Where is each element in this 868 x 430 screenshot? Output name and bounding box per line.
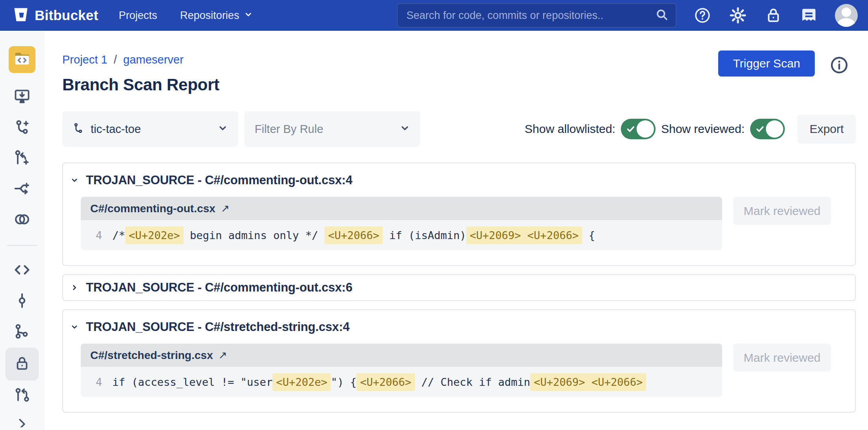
sidebar-item-source[interactable]: [9, 46, 35, 73]
nav-links: Projects Repositories: [119, 9, 253, 22]
code-text: if (isAdmin): [383, 229, 466, 241]
branch-select-value: tic-tac-toe: [91, 123, 141, 136]
finding-title: TROJAN_SOURCE - C#/commenting-out.csx:6: [86, 280, 352, 295]
security-lock-icon: [13, 354, 31, 374]
chevron-expanded-icon: [70, 323, 79, 331]
unicode-control-token: <U+2066>: [356, 373, 415, 391]
line-number: 4: [89, 376, 102, 388]
sidebar-item-clone[interactable]: [6, 88, 39, 106]
toggle-knob: [637, 120, 654, 138]
chevron-down-icon: [400, 123, 410, 135]
toggle-knob: [766, 120, 783, 138]
user-avatar[interactable]: [835, 4, 858, 27]
finding-card: TROJAN_SOURCE - C#/commenting-out.csx:4 …: [62, 163, 856, 266]
file-name: C#/stretched-string.csx: [90, 349, 213, 362]
search-box[interactable]: [397, 3, 676, 28]
chevron-expanded-icon: [70, 176, 79, 184]
changelog-icon[interactable]: [799, 6, 818, 25]
mark-reviewed-button[interactable]: Mark reviewed: [733, 344, 831, 372]
code-text: // Check if admin: [415, 376, 531, 388]
branch-icon-small: [73, 122, 84, 136]
page-title: Branch Scan Report: [62, 75, 856, 95]
sidebar-item-pull-requests[interactable]: [6, 387, 39, 405]
code-line: if (access_level != "user<U+202e>") {<U+…: [112, 373, 646, 391]
sidebar-item-branch[interactable]: [6, 323, 39, 341]
bitbucket-bucket-icon: [13, 6, 29, 24]
show-allowlisted-toggle[interactable]: [621, 119, 656, 139]
chevron-down-icon: [218, 123, 228, 135]
unicode-control-token: <U+202e>: [272, 373, 331, 391]
clone-icon: [13, 88, 31, 107]
sidebar-item-forks-add[interactable]: [6, 181, 39, 198]
nav-repositories[interactable]: Repositories: [180, 9, 253, 22]
code-text: /*: [112, 229, 125, 241]
breadcrumb-project-link[interactable]: Project 1: [62, 53, 107, 66]
commits-add-icon: [13, 118, 31, 137]
file-link-bar[interactable]: C#/stretched-string.csx ↗: [81, 344, 722, 367]
finding-header[interactable]: TROJAN_SOURCE - C#/commenting-out.csx:4: [63, 163, 855, 191]
external-link-icon: ↗: [218, 349, 227, 361]
file-link-bar[interactable]: C#/commenting-out.csx ↗: [81, 197, 722, 220]
finding-body: C#/commenting-out.csx ↗ 4 /*<U+202e> beg…: [63, 191, 855, 265]
finding-body: C#/stretched-string.csx ↗ 4 if (access_l…: [63, 338, 855, 412]
sidebar-item-security-scan[interactable]: [6, 348, 39, 381]
unicode-control-token: <U+2069> <U+2066>: [466, 226, 582, 244]
help-icon[interactable]: [693, 6, 712, 25]
forks-add-icon: [13, 180, 31, 199]
branch-icon: [13, 323, 31, 342]
unicode-control-token: <U+2069> <U+2066>: [530, 373, 646, 391]
chevron-collapsed-icon: [70, 284, 79, 292]
source-folder-icon: [13, 50, 31, 69]
rule-filter-placeholder: Filter By Rule: [255, 123, 323, 136]
main-content: Project 1 / gameserver Trigger Scan Bran…: [44, 31, 868, 430]
sidebar-item-partial[interactable]: [15, 415, 29, 427]
finding-header[interactable]: TROJAN_SOURCE - C#/commenting-out.csx:6: [63, 275, 855, 300]
sidebar-item-commit[interactable]: [6, 293, 39, 310]
sidebar-item-code[interactable]: [6, 262, 39, 279]
findings-list: TROJAN_SOURCE - C#/commenting-out.csx:4 …: [62, 163, 856, 413]
finding-title: TROJAN_SOURCE - C#/commenting-out.csx:4: [86, 173, 352, 187]
breadcrumb-separator: /: [114, 53, 117, 66]
code-text: begin admins only */: [184, 229, 325, 241]
unicode-control-token: <U+202e>: [125, 226, 184, 244]
commit-icon: [13, 292, 31, 311]
search-icon[interactable]: [655, 8, 669, 23]
line-number: 4: [89, 229, 102, 241]
branch-select[interactable]: tic-tac-toe: [62, 111, 238, 147]
branches-add-icon: [13, 149, 31, 168]
filter-bar: tic-tac-toe Filter By Rule Show allowlis…: [62, 111, 856, 147]
bitbucket-logo[interactable]: Bitbucket: [13, 6, 98, 24]
chevron-down-icon: [244, 9, 253, 22]
sidebar-divider: [7, 245, 37, 246]
mark-reviewed-button[interactable]: Mark reviewed: [733, 197, 831, 225]
lock-icon[interactable]: [764, 6, 783, 25]
compare-icon: [13, 210, 31, 230]
nav-right: [397, 3, 858, 28]
settings-gear-icon[interactable]: [728, 6, 747, 25]
show-reviewed-toggle[interactable]: [750, 119, 785, 139]
code-line: /*<U+202e> begin admins only */ <U+2066>…: [112, 226, 595, 244]
finding-header[interactable]: TROJAN_SOURCE - C#/stretched-string.csx:…: [63, 310, 855, 338]
search-input[interactable]: [406, 9, 655, 22]
sidebar-item-compare[interactable]: [6, 211, 39, 229]
sidebar-item-branches-add[interactable]: [6, 150, 39, 167]
sidebar-item-commits-add[interactable]: [6, 119, 39, 136]
code-text: ") {: [331, 376, 356, 388]
code-snippet: 4 /*<U+202e> begin admins only */ <U+206…: [81, 220, 722, 250]
external-link-icon: ↗: [221, 202, 229, 215]
file-name: C#/commenting-out.csx: [90, 202, 215, 215]
code-snippet: 4 if (access_level != "user<U+202e>") {<…: [81, 367, 722, 397]
toggle-group: Show allowlisted: Show reviewed: Export: [525, 115, 856, 144]
finding-card: TROJAN_SOURCE - C#/stretched-string.csx:…: [62, 309, 856, 413]
nav-projects[interactable]: Projects: [119, 9, 157, 22]
rule-filter-select[interactable]: Filter By Rule: [244, 111, 420, 147]
code-icon: [13, 261, 31, 280]
trigger-scan-button[interactable]: Trigger Scan: [718, 50, 815, 77]
breadcrumb-repo-link[interactable]: gameserver: [123, 53, 184, 66]
info-icon[interactable]: [830, 56, 849, 75]
pull-request-icon: [13, 387, 31, 406]
sidebar: [0, 31, 44, 430]
finding-card: TROJAN_SOURCE - C#/commenting-out.csx:6: [62, 274, 856, 301]
top-nav: Bitbucket Projects Repositories: [0, 0, 868, 31]
export-button[interactable]: Export: [797, 115, 856, 144]
